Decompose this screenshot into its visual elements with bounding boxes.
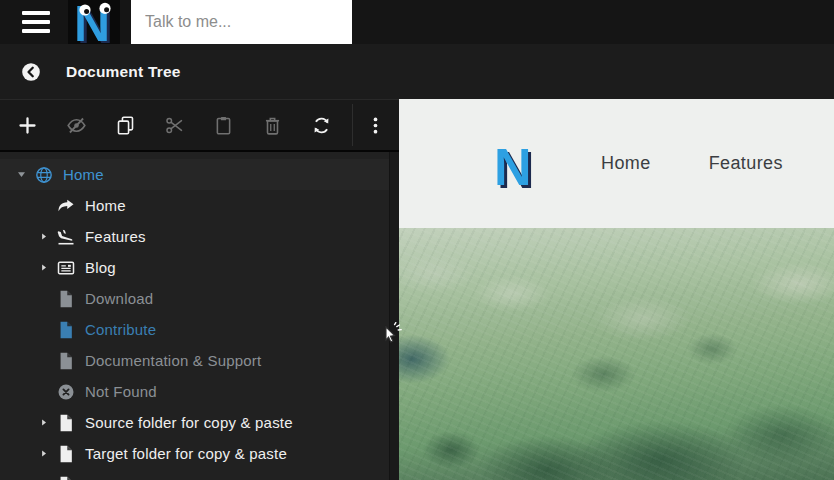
site-logo-n-icon: N N: [492, 143, 532, 191]
plane-landing-icon: [56, 227, 76, 247]
tree-item-clipped[interactable]: [0, 469, 389, 480]
file-icon: [56, 475, 76, 480]
svg-text:N: N: [494, 143, 532, 191]
tree-item-blog[interactable]: Blog: [0, 252, 389, 283]
trash-icon: [262, 115, 283, 136]
search-box: [131, 0, 352, 44]
tree-item-source-folder-for-copy-paste[interactable]: Source folder for copy & paste: [0, 407, 389, 438]
caret-right-icon[interactable]: [34, 259, 52, 277]
plus-icon: [17, 115, 38, 136]
content-preview[interactable]: N N HomeFeatures: [399, 99, 834, 480]
hamburger-icon: [22, 11, 50, 33]
tree-item-label: Not Found: [85, 383, 157, 400]
newspaper-icon: [56, 258, 76, 278]
circle-x-icon: [56, 382, 76, 402]
neos-backend: N N Document Tree Home Home: [0, 0, 834, 480]
caret-right-icon[interactable]: [34, 476, 52, 480]
tree-item-label: Target folder for copy & paste: [85, 445, 287, 462]
site-nav-features[interactable]: Features: [709, 153, 783, 174]
copy-icon: [115, 115, 136, 136]
copy-node-button[interactable]: [101, 100, 150, 150]
file-icon: [56, 351, 76, 371]
paste-node-button[interactable]: [199, 100, 248, 150]
tree-item-home[interactable]: Home: [0, 159, 389, 190]
tree-item-home[interactable]: Home: [0, 190, 389, 221]
tree-item-label: Home: [85, 197, 126, 214]
tree-item-features[interactable]: Features: [0, 221, 389, 252]
reload-tree-button[interactable]: [297, 100, 346, 150]
file-icon: [56, 289, 76, 309]
tree-scrollbar[interactable]: [389, 152, 399, 480]
neos-n-icon: N N: [68, 0, 120, 44]
refresh-icon: [311, 115, 332, 136]
top-bar: N N: [0, 0, 834, 45]
back-circle-icon: [20, 61, 42, 83]
tree-item-download[interactable]: Download: [0, 283, 389, 314]
scissors-icon: [164, 115, 185, 136]
site-logo[interactable]: N N: [492, 143, 532, 191]
tree-item-not-found[interactable]: Not Found: [0, 376, 389, 407]
clipboard-icon: [213, 115, 234, 136]
document-tree: Home Home Features Blog Download Contrib…: [0, 152, 399, 480]
tree-item-documentation-support[interactable]: Documentation & Support: [0, 345, 389, 376]
globe-icon: [34, 165, 54, 185]
kebab-icon: [365, 115, 386, 136]
site-header: N N HomeFeatures: [399, 99, 834, 228]
file-icon: [56, 444, 76, 464]
menu-toggle-button[interactable]: [14, 6, 58, 38]
delete-node-button[interactable]: [248, 100, 297, 150]
document-tree-header: Document Tree: [0, 44, 834, 99]
site-nav-home[interactable]: Home: [601, 153, 651, 174]
file-icon: [56, 413, 76, 433]
caret-right-icon[interactable]: [34, 228, 52, 246]
neos-mascot-logo: N N: [68, 0, 120, 44]
tree-item-label: Features: [85, 228, 146, 245]
cut-node-button[interactable]: [150, 100, 199, 150]
tree-item-label: Source folder for copy & paste: [85, 414, 293, 431]
tree-item-label: Contribute: [85, 321, 156, 338]
tree-item-label: Home: [63, 166, 104, 183]
collapse-panel-button[interactable]: [20, 61, 42, 83]
tree-item-contribute[interactable]: Contribute: [0, 314, 389, 345]
site-nav: HomeFeatures: [601, 99, 783, 228]
tree-item-label: Blog: [85, 259, 116, 276]
tree-toolbar-buttons: [3, 100, 346, 150]
caret-down-icon[interactable]: [12, 166, 30, 184]
search-input[interactable]: [131, 0, 352, 44]
more-options-button[interactable]: [353, 100, 397, 150]
eye-slash-icon: [66, 115, 87, 136]
add-node-button[interactable]: [3, 100, 52, 150]
tree-item-target-folder-for-copy-paste[interactable]: Target folder for copy & paste: [0, 438, 389, 469]
file-icon: [56, 320, 76, 340]
tree-item-label: Documentation & Support: [85, 352, 261, 369]
panel-title: Document Tree: [66, 44, 181, 99]
caret-right-icon[interactable]: [34, 445, 52, 463]
tree-item-label: Download: [85, 290, 153, 307]
tree-toolbar: [0, 99, 399, 152]
hide-node-button[interactable]: [52, 100, 101, 150]
caret-right-icon[interactable]: [34, 414, 52, 432]
redirect-icon: [56, 196, 76, 216]
hero-image[interactable]: [399, 228, 834, 480]
